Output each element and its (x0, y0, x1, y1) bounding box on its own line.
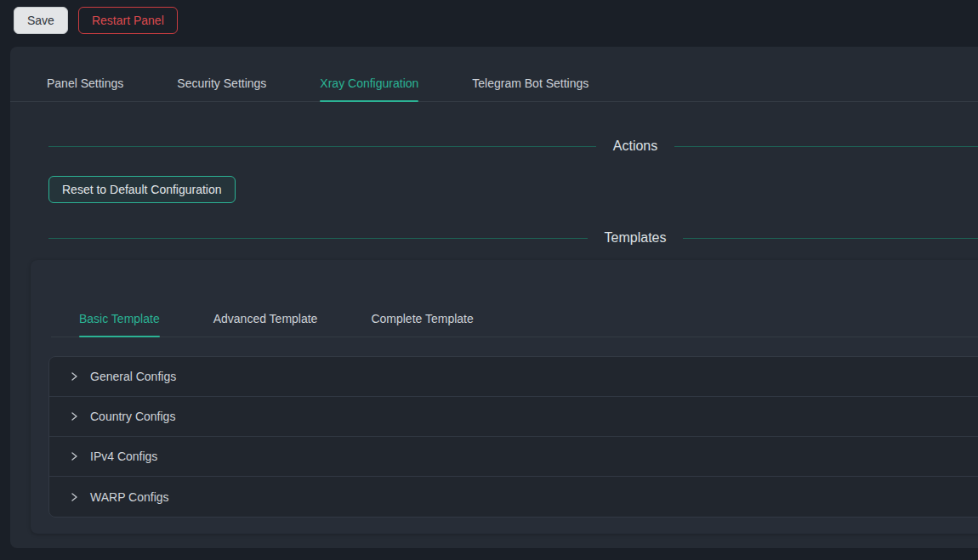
collapse-item-label: WARP Configs (90, 490, 169, 504)
chevron-right-icon (69, 371, 79, 382)
templates-card: Basic Template Advanced Template Complet… (31, 260, 978, 534)
chevron-right-icon (69, 411, 79, 421)
tab-security-settings[interactable]: Security Settings (177, 67, 266, 101)
tab-basic-template[interactable]: Basic Template (79, 303, 160, 337)
settings-tabs: Panel Settings Security Settings Xray Co… (10, 67, 978, 102)
tab-advanced-template[interactable]: Advanced Template (213, 303, 318, 337)
config-collapse-list: General Configs Country Configs IPv4 Con… (48, 356, 978, 518)
tab-xray-configuration[interactable]: Xray Configuration (320, 67, 418, 101)
collapse-item-general-configs[interactable]: General Configs (49, 357, 978, 397)
templates-divider: Templates (48, 230, 978, 246)
actions-divider-label: Actions (596, 139, 674, 154)
actions-divider: Actions (48, 139, 978, 154)
chevron-right-icon (69, 451, 79, 461)
collapse-item-country-configs[interactable]: Country Configs (49, 397, 978, 437)
templates-divider-label: Templates (588, 230, 684, 246)
chevron-right-icon (69, 492, 79, 502)
collapse-item-ipv4-configs[interactable]: IPv4 Configs (49, 437, 978, 477)
template-tabs: Basic Template Advanced Template Complet… (51, 303, 978, 337)
collapse-item-label: IPv4 Configs (90, 450, 157, 463)
settings-card: Panel Settings Security Settings Xray Co… (10, 47, 978, 548)
topbar: Save Restart Panel (0, 0, 978, 41)
restart-panel-button[interactable]: Restart Panel (78, 7, 178, 34)
tab-telegram-bot-settings[interactable]: Telegram Bot Settings (472, 67, 589, 101)
tab-panel-settings[interactable]: Panel Settings (47, 67, 123, 101)
tab-complete-template[interactable]: Complete Template (371, 303, 473, 337)
divider-line (48, 146, 596, 147)
collapse-item-warp-configs[interactable]: WARP Configs (49, 477, 978, 517)
save-button[interactable]: Save (14, 7, 68, 34)
collapse-item-label: Country Configs (90, 410, 175, 423)
divider-line (674, 146, 978, 147)
reset-to-default-button[interactable]: Reset to Default Configuration (48, 176, 236, 203)
divider-line (683, 238, 978, 239)
divider-line (48, 238, 588, 239)
collapse-item-label: General Configs (90, 370, 176, 383)
